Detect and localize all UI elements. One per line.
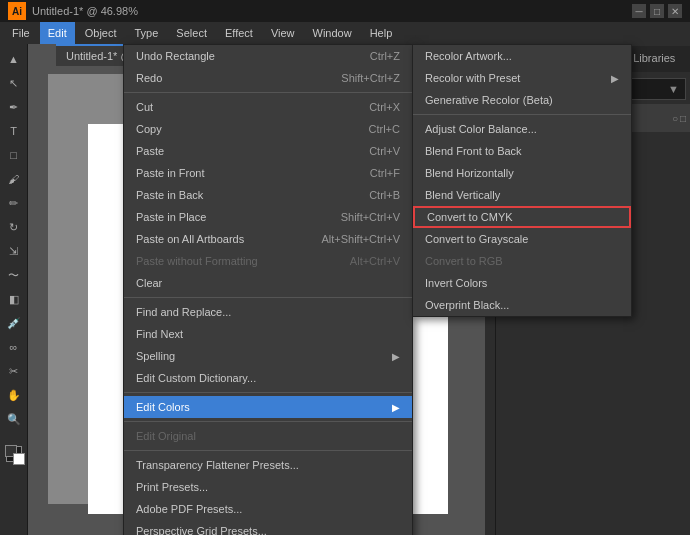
undo-shortcut: Ctrl+Z [370, 50, 400, 62]
copy-shortcut: Ctrl+C [369, 123, 400, 135]
panel-menu-icon[interactable]: ≡ [685, 46, 690, 72]
paste-back-label: Paste in Back [136, 189, 203, 201]
left-toolbar: ▲ ↖ ✒ T □ 🖌 ✏ ↻ ⇲ 〜 ◧ 💉 ∞ ✂ ✋ 🔍 [0, 44, 28, 535]
eyedropper-tool[interactable]: 💉 [3, 312, 25, 334]
recolor-preset-label: Recolor with Preset [425, 72, 520, 84]
find-next-label: Find Next [136, 328, 183, 340]
paste-front-label: Paste in Front [136, 167, 204, 179]
filter-icon[interactable]: ▼ [668, 83, 679, 95]
menu-paste-no-format: Paste without Formatting Alt+Ctrl+V [124, 250, 412, 272]
menu-clear[interactable]: Clear [124, 272, 412, 294]
main-area: ▲ ↖ ✒ T □ 🖌 ✏ ↻ ⇲ 〜 ◧ 💉 ∞ ✂ ✋ 🔍 Untitled… [0, 44, 690, 535]
cut-shortcut: Ctrl+X [369, 101, 400, 113]
minimize-button[interactable]: ─ [632, 4, 646, 18]
menu-paste-place[interactable]: Paste in Place Shift+Ctrl+V [124, 206, 412, 228]
scale-tool[interactable]: ⇲ [3, 240, 25, 262]
submenu-adjust-color[interactable]: Adjust Color Balance... [413, 118, 631, 140]
paste-no-format-shortcut: Alt+Ctrl+V [350, 255, 400, 267]
direct-select-tool[interactable]: ↖ [3, 72, 25, 94]
hand-tool[interactable]: ✋ [3, 384, 25, 406]
submenu-overprint-black[interactable]: Overprint Black... [413, 294, 631, 316]
tab-libraries[interactable]: Libraries [623, 46, 685, 72]
type-tool[interactable]: T [3, 120, 25, 142]
menu-print-presets[interactable]: Print Presets... [124, 476, 412, 498]
title-bar-right[interactable]: ─ □ ✕ [632, 4, 682, 18]
menu-paste[interactable]: Paste Ctrl+V [124, 140, 412, 162]
fill-color[interactable] [6, 446, 22, 462]
perspective-presets-label: Perspective Grid Presets... [136, 525, 267, 535]
transparency-presets-label: Transparency Flattener Presets... [136, 459, 299, 471]
menu-paste-front[interactable]: Paste in Front Ctrl+F [124, 162, 412, 184]
menu-perspective-presets[interactable]: Perspective Grid Presets... [124, 520, 412, 535]
edit-colors-arrow: ▶ [392, 402, 400, 413]
menu-select[interactable]: Select [168, 22, 215, 44]
paste-label: Paste [136, 145, 164, 157]
menu-edit[interactable]: Edit [40, 22, 75, 44]
pen-tool[interactable]: ✒ [3, 96, 25, 118]
menu-edit-colors[interactable]: Edit Colors ▶ [124, 396, 412, 418]
submenu-recolor-preset[interactable]: Recolor with Preset ▶ [413, 67, 631, 89]
submenu-recolor-artwork[interactable]: Recolor Artwork... [413, 45, 631, 67]
menu-find-next[interactable]: Find Next [124, 323, 412, 345]
blend-tool[interactable]: ∞ [3, 336, 25, 358]
submenu-separator-1 [413, 114, 631, 115]
maximize-button[interactable]: □ [650, 4, 664, 18]
separator-1 [124, 92, 412, 93]
convert-grayscale-label: Convert to Grayscale [425, 233, 528, 245]
canvas-area: Untitled-1* @ 46.98% ✕ Undo Rectangle Ct… [28, 44, 495, 535]
menu-bar: File Edit Object Type Select Effect View… [0, 22, 690, 44]
pencil-tool[interactable]: ✏ [3, 192, 25, 214]
menu-help[interactable]: Help [362, 22, 401, 44]
submenu-blend-vertical[interactable]: Blend Vertically [413, 184, 631, 206]
menu-cut[interactable]: Cut Ctrl+X [124, 96, 412, 118]
title-bar-left: Ai Untitled-1* @ 46.98% [8, 2, 138, 20]
menu-file[interactable]: File [4, 22, 38, 44]
paste-place-shortcut: Shift+Ctrl+V [341, 211, 400, 223]
submenu-blend-front-back[interactable]: Blend Front to Back [413, 140, 631, 162]
submenu-convert-rgb: Convert to RGB [413, 250, 631, 272]
menu-window[interactable]: Window [305, 22, 360, 44]
close-button[interactable]: ✕ [668, 4, 682, 18]
warp-tool[interactable]: 〜 [3, 264, 25, 286]
scissors-tool[interactable]: ✂ [3, 360, 25, 382]
menu-view[interactable]: View [263, 22, 303, 44]
menu-redo[interactable]: Redo Shift+Ctrl+Z [124, 67, 412, 89]
edit-colors-label: Edit Colors [136, 401, 190, 413]
layer-target-icon[interactable]: ○ [672, 113, 678, 124]
paste-shortcut: Ctrl+V [369, 145, 400, 157]
rotate-tool[interactable]: ↻ [3, 216, 25, 238]
invert-colors-label: Invert Colors [425, 277, 487, 289]
layer-expand-icon[interactable]: □ [680, 113, 686, 124]
menu-transparency-presets[interactable]: Transparency Flattener Presets... [124, 454, 412, 476]
overprint-black-label: Overprint Black... [425, 299, 509, 311]
blend-front-back-label: Blend Front to Back [425, 145, 522, 157]
menu-type[interactable]: Type [127, 22, 167, 44]
menu-custom-dict[interactable]: Edit Custom Dictionary... [124, 367, 412, 389]
shape-tool[interactable]: □ [3, 144, 25, 166]
menu-paste-all[interactable]: Paste on All Artboards Alt+Shift+Ctrl+V [124, 228, 412, 250]
menu-effect[interactable]: Effect [217, 22, 261, 44]
menu-paste-back[interactable]: Paste in Back Ctrl+B [124, 184, 412, 206]
generative-recolor-label: Generative Recolor (Beta) [425, 94, 553, 106]
tab-libraries-label: Libraries [633, 52, 675, 64]
paste-place-label: Paste in Place [136, 211, 206, 223]
spelling-label: Spelling [136, 350, 175, 362]
submenu-convert-cmyk[interactable]: Convert to CMYK [413, 206, 631, 228]
paintbrush-tool[interactable]: 🖌 [3, 168, 25, 190]
menu-undo[interactable]: Undo Rectangle Ctrl+Z [124, 45, 412, 67]
gradient-tool[interactable]: ◧ [3, 288, 25, 310]
menu-find-replace[interactable]: Find and Replace... [124, 301, 412, 323]
zoom-tool[interactable]: 🔍 [3, 408, 25, 430]
submenu-generative-recolor[interactable]: Generative Recolor (Beta) [413, 89, 631, 111]
menu-spelling[interactable]: Spelling ▶ [124, 345, 412, 367]
edit-menu-dropdown: Undo Rectangle Ctrl+Z Redo Shift+Ctrl+Z … [123, 44, 413, 535]
selection-tool[interactable]: ▲ [3, 48, 25, 70]
adjust-color-label: Adjust Color Balance... [425, 123, 537, 135]
paste-back-shortcut: Ctrl+B [369, 189, 400, 201]
menu-copy[interactable]: Copy Ctrl+C [124, 118, 412, 140]
submenu-convert-grayscale[interactable]: Convert to Grayscale [413, 228, 631, 250]
menu-object[interactable]: Object [77, 22, 125, 44]
submenu-blend-horizontal[interactable]: Blend Horizontally [413, 162, 631, 184]
submenu-invert-colors[interactable]: Invert Colors [413, 272, 631, 294]
menu-pdf-presets[interactable]: Adobe PDF Presets... [124, 498, 412, 520]
